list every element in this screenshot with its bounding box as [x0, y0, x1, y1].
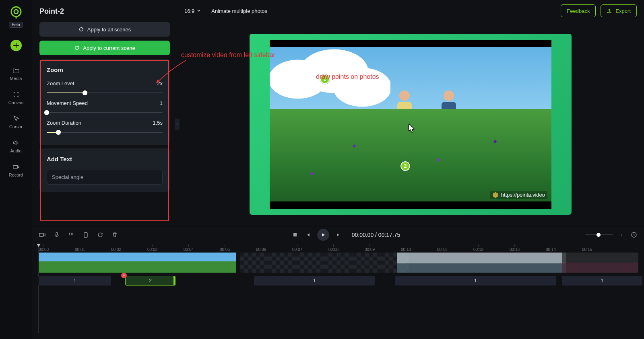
clipboard-icon[interactable] — [82, 231, 89, 238]
app-logo — [8, 4, 24, 19]
button-label: Apply to all scenes — [87, 27, 131, 33]
point-segment[interactable]: 1 — [562, 276, 642, 286]
ruler-tick: 00:09 — [365, 244, 375, 253]
segment-resize-handle[interactable] — [173, 276, 175, 285]
zoom-duration-slider[interactable] — [47, 129, 163, 136]
timeline-zoom-controls: − + — [573, 231, 638, 238]
refresh-icon[interactable] — [97, 231, 104, 238]
point-segment[interactable]: 1 — [39, 276, 111, 286]
rail-item-label: Media — [10, 76, 22, 81]
apply-all-scenes-button[interactable]: Apply to all scenes — [39, 22, 170, 37]
folder-icon — [12, 66, 20, 74]
rail-item-media[interactable]: Media — [5, 64, 27, 83]
svg-point-5 — [69, 233, 70, 234]
zoom-point-marker[interactable]: 2 — [400, 161, 410, 171]
collapse-panel-handle[interactable]: ‹ — [175, 119, 180, 130]
svg-rect-3 — [39, 233, 43, 236]
rail-item-record[interactable]: Record — [5, 160, 27, 180]
trash-icon[interactable] — [111, 231, 118, 238]
ruler-tick: 00:15 — [582, 244, 592, 253]
chevron-down-icon — [197, 9, 201, 13]
movement-speed-value: 1 — [160, 100, 163, 106]
movement-speed-label: Movement Speed — [47, 100, 88, 106]
export-icon — [607, 8, 612, 14]
points-track: 12×111 — [39, 276, 638, 286]
svg-rect-11 — [84, 233, 87, 237]
add-button[interactable] — [10, 40, 22, 51]
svg-point-0 — [11, 7, 21, 16]
mic-icon[interactable] — [53, 231, 60, 238]
refresh-icon — [74, 45, 80, 51]
cursor-icon — [12, 115, 20, 123]
next-icon[interactable] — [335, 231, 342, 238]
record-icon — [12, 163, 20, 171]
video-frame[interactable]: 12 https://pointa.video — [270, 40, 551, 209]
watermark-logo-icon — [492, 192, 499, 198]
svg-rect-4 — [56, 232, 58, 235]
ruler-tick: 00:03 — [147, 244, 157, 253]
svg-point-1 — [14, 10, 18, 14]
svg-rect-12 — [293, 233, 297, 236]
svg-rect-2 — [13, 165, 17, 168]
effects-icon[interactable] — [68, 231, 75, 238]
video-clip[interactable] — [240, 253, 393, 273]
zoom-level-value: 2x — [157, 80, 163, 86]
preview-stage[interactable]: 12 https://pointa.video — [250, 34, 572, 215]
ruler-tick: 00:14 — [546, 244, 556, 253]
play-button[interactable] — [317, 229, 329, 241]
zoom-level-slider[interactable] — [47, 90, 163, 96]
timecode: 00:00.00 / 00:17.75 — [352, 232, 400, 238]
card-header: Zoom — [47, 66, 163, 73]
video-clip[interactable] — [562, 253, 638, 273]
zoom-level-label: Zoom Level — [47, 80, 74, 86]
movement-speed-slider[interactable] — [47, 109, 163, 116]
timeline-zoom-slider[interactable] — [585, 234, 613, 235]
camera-icon[interactable] — [39, 231, 46, 238]
video-track — [39, 253, 638, 273]
rail-item-canvas[interactable]: Canvas — [5, 88, 27, 107]
timeline-panel: 00:00.00 / 00:17.75 − + 00:0000:0100:020… — [32, 226, 644, 339]
speaker-icon — [12, 139, 20, 147]
ruler-tick: 00:12 — [473, 244, 483, 253]
rail-item-label: Audio — [10, 148, 21, 153]
svg-point-6 — [71, 233, 72, 234]
preview-canvas: ‹ 12 https://pointa.video — [177, 22, 644, 226]
rail-item-cursor[interactable]: Cursor — [5, 112, 27, 131]
rail-item-label: Canvas — [8, 100, 23, 105]
beta-badge: Beta — [9, 22, 23, 28]
segment-delete-button[interactable]: × — [121, 273, 127, 278]
ruler-tick: 00:10 — [401, 244, 411, 253]
aspect-ratio-dropdown[interactable]: 16:9 — [184, 8, 201, 14]
timeline-tracks: 12×111 — [32, 253, 644, 333]
ruler-tick: 00:04 — [184, 244, 194, 253]
add-text-input[interactable]: Special angle — [47, 170, 163, 185]
fit-icon[interactable] — [630, 231, 638, 238]
card-header: Add Text — [47, 156, 163, 162]
video-clip[interactable] — [397, 253, 558, 273]
left-rail: Beta Media Canvas Cursor Audio Record — [0, 0, 32, 339]
rail-item-label: Cursor — [9, 124, 23, 129]
timeline-ruler[interactable]: 00:0000:0100:0200:0300:0400:0500:0600:07… — [32, 244, 644, 253]
point-segment[interactable]: 2 — [125, 276, 175, 286]
feedback-button[interactable]: Feedback — [561, 4, 596, 17]
stop-icon[interactable] — [291, 231, 299, 238]
watermark: https://pointa.video — [490, 191, 547, 199]
zoom-duration-label: Zoom Duration — [47, 120, 81, 126]
rail-item-audio[interactable]: Audio — [5, 136, 27, 156]
add-text-card: Add Text Special angle — [39, 148, 170, 192]
project-title[interactable]: Animate multiple photos — [211, 8, 267, 14]
zoom-out-icon[interactable]: − — [573, 231, 580, 238]
apply-current-scene-button[interactable]: Apply to current scene — [39, 41, 170, 55]
zoom-in-icon[interactable]: + — [618, 231, 625, 238]
ruler-tick: 00:11 — [437, 244, 447, 253]
zoom-point-marker[interactable]: 1 — [320, 74, 330, 84]
point-segment[interactable]: 1 — [395, 276, 556, 286]
point-segment[interactable]: 1 — [254, 276, 375, 286]
prev-icon[interactable] — [304, 231, 312, 238]
svg-point-7 — [72, 233, 73, 234]
export-button[interactable]: Export — [601, 4, 637, 17]
video-clip[interactable] — [39, 253, 236, 273]
ruler-tick: 00:02 — [111, 244, 121, 253]
panel-title: Point-2 — [39, 7, 170, 16]
svg-point-10 — [72, 234, 73, 235]
